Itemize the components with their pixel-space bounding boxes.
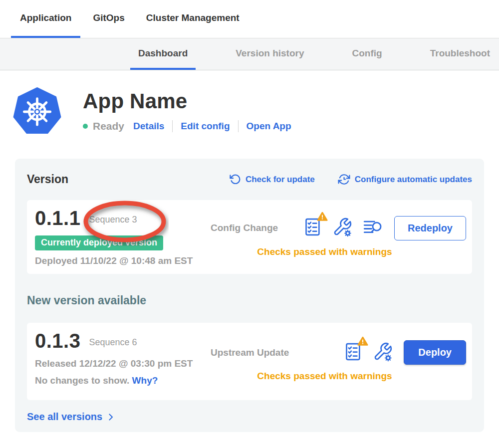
preflight-checks-icon[interactable] (343, 341, 363, 364)
version-source-label: Upstream Update (211, 347, 289, 358)
details-link[interactable]: Details (133, 121, 164, 132)
auto-update-clock-icon (338, 173, 350, 186)
new-version-heading: New version available (27, 294, 472, 307)
top-nav: Application GitOps Cluster Management (0, 0, 499, 38)
current-version-card: 0.1.1 Sequence 3 Currently deployed vers… (27, 200, 472, 274)
current-version-sequence: Sequence 3 (89, 215, 137, 225)
chevron-right-icon (106, 412, 115, 422)
why-link[interactable]: Why? (132, 375, 158, 386)
edit-config-link[interactable]: Edit config (181, 121, 230, 132)
available-version-number: 0.1.3 (35, 330, 80, 352)
kubernetes-logo-icon (13, 86, 61, 136)
currently-deployed-badge: Currently deployed version (35, 235, 163, 250)
configure-automatic-updates-button[interactable]: Configure automatic updates (338, 173, 472, 186)
warning-triangle-icon (317, 212, 328, 222)
warning-triangle-icon (357, 336, 368, 346)
preflight-status-text: Checks passed with warnings (211, 246, 466, 257)
released-timestamp: Released 12/12/22 @ 03:30 pm EST (35, 358, 211, 369)
divider (238, 120, 239, 132)
version-panel: Version Check for update Configure autom… (15, 159, 484, 432)
config-wrench-icon[interactable] (373, 341, 393, 364)
redeploy-button[interactable]: Redeploy (394, 216, 466, 240)
page-title: App Name (83, 89, 291, 113)
tab-version-history[interactable]: Version history (228, 38, 312, 70)
preflight-checks-icon[interactable] (302, 217, 322, 239)
available-version-sequence: Sequence 6 (89, 337, 137, 348)
divider (172, 120, 173, 132)
no-changes-text: No changes to show. (35, 375, 129, 386)
check-for-update-button[interactable]: Check for update (230, 174, 315, 185)
current-version-number: 0.1.1 (35, 207, 80, 229)
tab-dashboard[interactable]: Dashboard (130, 38, 196, 70)
tab-troubleshoot[interactable]: Troubleshoot (422, 38, 498, 70)
config-wrench-icon[interactable] (332, 217, 352, 239)
version-panel-title: Version (27, 173, 68, 186)
app-status: Ready (93, 120, 124, 132)
see-all-versions-link[interactable]: See all versions (27, 411, 472, 423)
tab-gitops[interactable]: GitOps (84, 0, 133, 38)
refresh-icon (230, 174, 241, 185)
available-version-card: 0.1.3 Sequence 6 Released 12/12/22 @ 03:… (27, 323, 472, 400)
preflight-status-text: Checks passed with warnings (211, 371, 466, 382)
open-app-link[interactable]: Open App (247, 121, 291, 132)
ready-status-dot (83, 124, 88, 129)
view-diff-icon[interactable] (362, 217, 383, 239)
tab-cluster-management[interactable]: Cluster Management (137, 0, 249, 38)
sub-nav: Dashboard Version history Config Trouble… (0, 38, 499, 70)
version-source-label: Config Change (211, 223, 278, 233)
deployed-timestamp: Deployed 11/10/22 @ 10:48 am EST (35, 255, 211, 266)
deploy-button[interactable]: Deploy (404, 340, 466, 365)
tab-config[interactable]: Config (344, 38, 390, 70)
app-header: App Name Ready Details Edit config Open … (13, 86, 499, 136)
tab-application[interactable]: Application (11, 0, 80, 38)
